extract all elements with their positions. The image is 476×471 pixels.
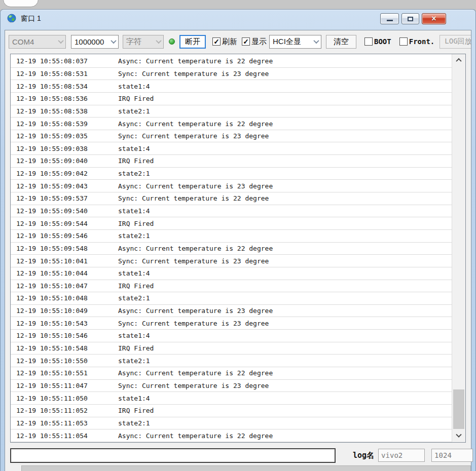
log-row[interactable]: 12-19 10:55:09:035Sync: Current temperat… [11, 130, 452, 143]
log-timestamp: 12-19 10:55:09:548 [11, 245, 118, 252]
boot-checkbox-label: BOOT [374, 37, 391, 46]
log-message: state1:4 [118, 83, 452, 90]
log-name-field [378, 449, 425, 462]
log-row[interactable]: 12-19 10:55:11:053state2:1 [11, 417, 452, 430]
log-timestamp: 12-19 10:55:10:548 [11, 344, 118, 352]
mode-value: 字符 [126, 37, 141, 47]
client-area: COM4 1000000 字符 断开 ✓ 刷新 ✓ 显示 H [5, 30, 471, 471]
log-row[interactable]: 12-19 10:55:10:044state1:4 [11, 267, 452, 280]
disconnect-button[interactable]: 断开 [179, 35, 206, 49]
log-row[interactable]: 12-19 10:55:08:037Async: Current tempera… [11, 55, 452, 68]
log-row[interactable]: 12-19 10:55:10:047IRQ Fired [11, 280, 452, 293]
send-input[interactable] [10, 448, 336, 463]
toolbar: COM4 1000000 字符 断开 ✓ 刷新 ✓ 显示 H [5, 30, 471, 53]
com-port-select: COM4 [9, 35, 66, 49]
hci-display-select[interactable]: HCI全显 [269, 35, 321, 49]
log-message: Sync: Current temperature is 23 degree [118, 70, 452, 77]
log-message: Sync: Current temperature is 23 degree [118, 132, 452, 140]
log-message: IRQ Fired [118, 282, 452, 290]
log-message: IRQ Fired [118, 344, 452, 352]
front-checkbox[interactable]: Front. [399, 37, 435, 46]
log-row[interactable]: 12-19 10:55:10:049Async: Current tempera… [11, 305, 452, 318]
refresh-checkbox[interactable]: ✓ 刷新 [212, 37, 237, 47]
log-message: state1:4 [118, 145, 452, 152]
log-message: state1:4 [118, 269, 452, 277]
horizontal-scrollbar[interactable] [21, 465, 471, 471]
vertical-scrollbar[interactable] [452, 54, 465, 442]
log-message: Async: Current temperature is 22 degree [118, 369, 452, 377]
log-row[interactable]: 12-19 10:55:08:534state1:4 [11, 80, 452, 93]
baud-rate-value: 1000000 [75, 37, 104, 46]
scroll-down-button[interactable] [452, 430, 465, 442]
log-message: state2:1 [118, 170, 452, 177]
window-title: 窗口 1 [21, 14, 41, 23]
log-timestamp: 12-19 10:55:10:550 [11, 357, 118, 365]
log-row[interactable]: 12-19 10:55:08:531Sync: Current temperat… [11, 68, 452, 81]
log-row[interactable]: 12-19 10:55:08:536IRQ Fired [11, 93, 452, 105]
log-timestamp: 12-19 10:55:11:047 [11, 382, 118, 389]
log-row[interactable]: 12-19 10:55:11:052IRQ Fired [11, 405, 452, 417]
display-checkbox[interactable]: ✓ 显示 [242, 37, 267, 47]
log-row[interactable]: 12-19 10:55:08:539Async: Current tempera… [11, 117, 452, 130]
log-message: Async: Current temperature is 22 degree [118, 120, 452, 128]
log-message: state2:1 [118, 232, 452, 240]
log-row[interactable]: 12-19 10:55:09:043Async: Current tempera… [11, 180, 452, 192]
titlebar: 窗口 1 × [1, 10, 475, 30]
maximize-button[interactable] [401, 13, 419, 24]
log-message: state2:1 [118, 419, 452, 427]
hci-display-value: HCI全显 [273, 37, 301, 47]
log-row[interactable]: 12-19 10:55:10:551Async: Current tempera… [11, 367, 452, 380]
log-row[interactable]: 12-19 10:55:09:544IRQ Fired [11, 217, 452, 230]
log-timestamp: 12-19 10:55:10:543 [11, 320, 118, 327]
log-timestamp: 12-19 10:55:09:043 [11, 182, 118, 190]
log-row[interactable]: 12-19 10:55:10:048state2:1 [11, 292, 452, 305]
checkbox-checked-icon: ✓ [242, 37, 250, 46]
log-message: IRQ Fired [118, 220, 452, 227]
log-row[interactable]: 12-19 10:55:09:040IRQ Fired [11, 155, 452, 168]
log-timestamp: 12-19 10:55:11:050 [11, 395, 118, 402]
clear-button[interactable]: 清空 [326, 35, 356, 49]
log-message: Sync: Current temperature is 23 degree [118, 320, 452, 327]
log-row[interactable]: 12-19 10:55:09:537Sync: Current temperat… [11, 192, 452, 205]
log-timestamp: 12-19 10:55:08:539 [11, 120, 118, 128]
close-icon: × [431, 15, 436, 23]
log-row[interactable]: 12-19 10:55:10:543Sync: Current temperat… [11, 317, 452, 330]
close-button[interactable]: × [422, 13, 446, 24]
log-row[interactable]: 12-19 10:55:11:054Async: Current tempera… [11, 429, 452, 442]
minimize-button[interactable] [380, 13, 399, 24]
log-timestamp: 12-19 10:55:11:053 [11, 419, 118, 427]
log-row[interactable]: 12-19 10:55:09:042state2:1 [11, 168, 452, 180]
scrollbar-thumb[interactable] [453, 389, 464, 429]
log-message: state2:1 [118, 357, 452, 365]
log-row[interactable]: 12-19 10:55:11:050state1:4 [11, 392, 452, 405]
parent-app-strip [0, 0, 476, 9]
boot-checkbox[interactable]: BOOT [364, 37, 391, 46]
log-row[interactable]: 12-19 10:55:08:538state2:1 [11, 105, 452, 118]
baud-rate-select[interactable]: 1000000 [71, 35, 119, 49]
checkbox-unchecked-icon [364, 37, 373, 46]
chevron-down-icon [111, 38, 116, 44]
log-timestamp: 12-19 10:55:10:546 [11, 332, 118, 339]
scroll-up-button[interactable] [452, 54, 465, 66]
log-row[interactable]: 12-19 10:55:11:047Sync: Current temperat… [11, 380, 452, 392]
log-message: IRQ Fired [118, 95, 452, 102]
log-timestamp: 12-19 10:55:09:038 [11, 145, 118, 152]
log-row[interactable]: 12-19 10:55:09:038state1:4 [11, 142, 452, 155]
bottom-bar: log名 [10, 447, 466, 463]
log-timestamp: 12-19 10:55:09:035 [11, 132, 118, 140]
log-row[interactable]: 12-19 10:55:10:548IRQ Fired [11, 342, 452, 355]
log-timestamp: 12-19 10:55:10:047 [11, 282, 118, 290]
log-row[interactable]: 12-19 10:55:10:550state2:1 [11, 355, 452, 367]
log-timestamp: 12-19 10:55:09:540 [11, 207, 118, 215]
log-row[interactable]: 12-19 10:55:09:540state1:4 [11, 205, 452, 218]
log-message: state2:1 [118, 107, 452, 115]
log-timestamp: 12-19 10:55:09:544 [11, 220, 118, 227]
log-row[interactable]: 12-19 10:55:10:546state1:4 [11, 330, 452, 342]
log-row[interactable]: 12-19 10:55:10:041Sync: Current temperat… [11, 255, 452, 267]
log-timestamp: 12-19 10:55:09:042 [11, 170, 118, 177]
front-checkbox-label: Front. [409, 37, 435, 46]
log-row[interactable]: 12-19 10:55:09:548Async: Current tempera… [11, 243, 452, 255]
log-message: state1:4 [118, 395, 452, 402]
log-row[interactable]: 12-19 10:55:09:546state2:1 [11, 230, 452, 243]
log-message: Async: Current temperature is 22 degree [118, 57, 452, 65]
